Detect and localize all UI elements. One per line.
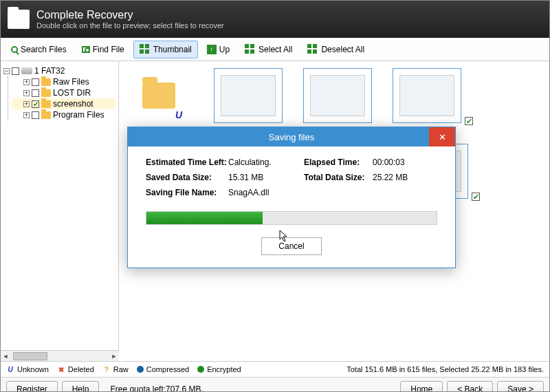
deselect-all-button[interactable]: Deselect All [301,41,371,58]
folder-icon [41,78,51,86]
folder-tree[interactable]: − 1 FAT32 +Raw Files +LOST DIR +✔screens… [1,61,119,350]
legend-unknown: Unknown [17,365,49,373]
dialog-title: Saving files [269,132,314,142]
thumbnail-item[interactable] [214,68,283,123]
thumbnail-preview [399,75,454,116]
scroll-left-icon[interactable]: ◄ [1,351,10,361]
help-button[interactable]: Help [62,381,100,392]
tree-item-screenshot[interactable]: +✔screenshot [12,98,116,109]
app-subtitle: Double click on the file to preview; sel… [36,21,224,30]
select-all-icon [245,44,256,55]
checkbox[interactable] [32,78,39,86]
tree-item-label: Program Files [53,110,104,120]
checkbox[interactable] [32,111,39,119]
expand-icon[interactable]: + [23,90,30,96]
expand-icon[interactable]: + [23,79,30,85]
deleted-icon: ✖ [57,365,65,373]
elapsed-label: Elapsed Time: [304,157,373,167]
total-size-label: Total Data Size: [304,173,373,182]
thumbnail-label: Thumbnail [153,45,192,54]
folder-icon [41,111,51,119]
save-button[interactable]: Save > [497,381,544,392]
saving-dialog: Saving files ✕ Estimated Time Left: Calc… [127,127,456,268]
search-files-label: Search Files [21,45,67,54]
raw-icon: ? [102,365,111,373]
close-icon: ✕ [439,132,446,142]
thumbnail-button[interactable]: Thumbnail [133,41,198,58]
select-all-label: Select All [258,45,292,54]
select-all-button[interactable]: Select All [239,41,298,58]
legend-raw: Raw [113,365,129,373]
saved-size-value: 15.31 MB [228,173,304,182]
register-button[interactable]: Register [6,381,58,392]
tree-item-program-files[interactable]: +Program Files [12,109,116,120]
toolbar: Search Files Find File Thumbnail ↑Up Sel… [1,38,549,61]
est-time-value: Calculating. [228,157,304,167]
search-files-button[interactable]: Search Files [5,41,73,58]
folder-icon [142,83,175,109]
tree-item-label: screenshot [53,99,94,109]
back-button[interactable]: < Back [447,381,493,392]
thumbnail-preview [221,75,276,116]
find-icon [82,46,90,53]
dialog-titlebar[interactable]: Saving files ✕ [128,127,455,146]
est-time-label: Estimated Time Left: [146,157,228,167]
elapsed-value: 00:00:03 [373,157,428,167]
up-icon: ↑ [207,45,217,54]
footer-bar: Register Help Free quota left:707.6 MB. … [1,378,549,392]
saved-size-label: Saved Data Size: [146,173,228,182]
checkbox[interactable]: ✔ [32,100,39,108]
checkbox[interactable]: ✔ [465,117,473,125]
compressed-icon [137,366,144,373]
tree-item-raw-files[interactable]: +Raw Files [12,76,116,87]
legend-bar: UUnknown ✖Deleted ?Raw Compressed Encryp… [1,361,549,378]
legend-encrypted: Encrypted [207,365,241,373]
folder-icon [41,89,51,97]
progress-fill [146,212,263,224]
folder-icon [41,100,51,108]
thumbnail-folder[interactable]: U [124,68,193,123]
expand-icon[interactable]: + [23,101,30,107]
cancel-button[interactable]: Cancel [261,237,321,255]
tree-scrollbar[interactable]: ◄ ► [1,350,119,361]
app-title: Complete Recovery [36,9,224,21]
unknown-icon: U [6,365,14,373]
saving-file-value: SnagAA.dll [228,188,304,197]
find-file-button[interactable]: Find File [76,41,131,58]
encrypted-icon [197,366,204,373]
collapse-icon[interactable]: − [3,68,10,74]
up-label: Up [219,45,230,54]
unknown-badge: U [175,109,182,120]
checkbox[interactable] [12,67,19,75]
tree-root-label: 1 FAT32 [34,66,65,76]
up-button[interactable]: ↑Up [201,41,236,58]
scroll-thumb[interactable] [13,352,47,360]
expand-icon[interactable]: + [23,112,30,118]
legend-compressed: Compressed [146,365,189,373]
deselect-all-icon [307,44,318,55]
tree-item-lost-dir[interactable]: +LOST DIR [12,87,116,98]
app-header: Complete Recovery Double click on the fi… [1,1,549,38]
legend-status: Total 151.6 MB in 615 files, Selected 25… [346,365,544,373]
deselect-all-label: Deselect All [321,45,364,54]
find-file-label: Find File [93,45,124,54]
checkbox[interactable]: ✔ [472,193,480,201]
thumbnail-icon [140,44,151,55]
thumbnail-item[interactable] [303,68,372,123]
legend-deleted: Deleted [68,365,94,373]
checkbox[interactable] [32,89,39,97]
tree-item-label: Raw Files [53,77,89,87]
app-icon [8,10,30,29]
quota-label: Free quota left:707.6 MB. [110,384,203,392]
close-button[interactable]: ✕ [429,127,455,146]
drive-icon [21,67,32,74]
search-icon [11,46,18,53]
progress-bar [146,211,437,225]
scroll-right-icon[interactable]: ► [109,351,119,361]
tree-item-label: LOST DIR [53,88,91,98]
tree-root[interactable]: − 1 FAT32 [3,65,116,76]
thumbnail-preview [310,75,365,116]
total-size-value: 25.22 MB [373,173,428,182]
home-button[interactable]: Home [400,381,443,392]
thumbnail-item[interactable]: ✔ [393,68,461,123]
